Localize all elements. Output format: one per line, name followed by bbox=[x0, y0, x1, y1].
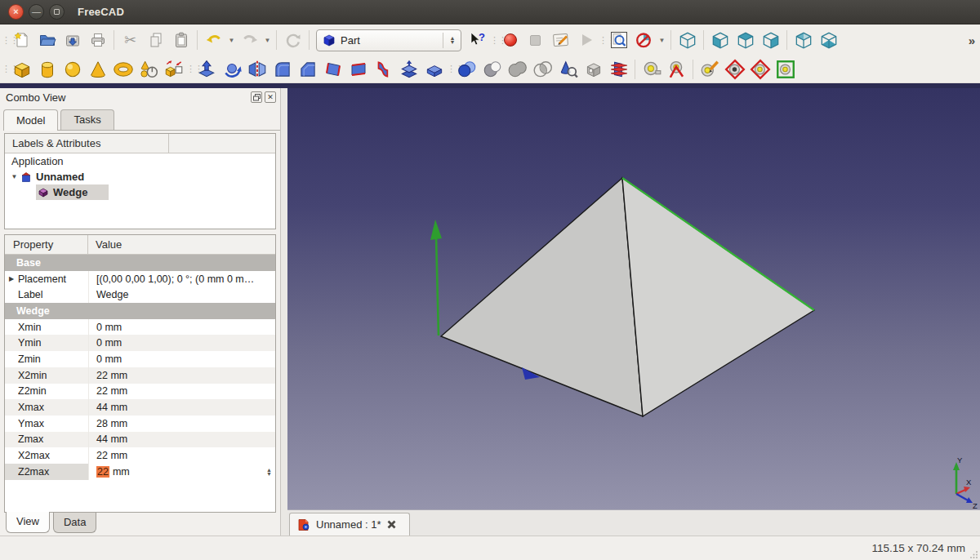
view-top-button[interactable] bbox=[733, 28, 758, 52]
toolbar-drag-handle[interactable]: ⋮⋮ bbox=[447, 65, 454, 73]
sphere-button[interactable] bbox=[60, 57, 85, 82]
box-button[interactable] bbox=[9, 57, 34, 82]
redo-button[interactable] bbox=[237, 28, 262, 52]
thickness-button[interactable] bbox=[421, 57, 447, 82]
ruled-surface-button[interactable] bbox=[345, 57, 371, 82]
tab-view[interactable]: View bbox=[6, 512, 50, 533]
extrude-button[interactable] bbox=[194, 57, 219, 82]
window-minimize-button[interactable]: — bbox=[29, 4, 44, 20]
copy-button[interactable] bbox=[143, 28, 168, 52]
tab-tasks[interactable]: Tasks bbox=[60, 109, 114, 130]
window-maximize-button[interactable] bbox=[49, 4, 65, 20]
intersection-button[interactable] bbox=[530, 57, 555, 82]
tree-item-wedge[interactable]: Wedge bbox=[5, 184, 275, 200]
draw-style-button[interactable] bbox=[631, 28, 657, 52]
toolbar-drag-handle[interactable]: ⋮⋮ bbox=[186, 65, 194, 73]
property-row-x2min[interactable]: X2min 22 mm bbox=[5, 367, 275, 384]
measure-clear-all-button[interactable] bbox=[722, 57, 747, 82]
toolbar-overflow-button[interactable]: » bbox=[969, 33, 975, 47]
cut-boolean-button[interactable] bbox=[479, 57, 505, 82]
combo-view-titlebar[interactable]: Combo View ✕ bbox=[0, 88, 280, 107]
make-face-button[interactable] bbox=[320, 57, 345, 82]
macro-stop-button[interactable] bbox=[523, 28, 548, 52]
tab-data[interactable]: Data bbox=[53, 513, 96, 533]
revolve-button[interactable] bbox=[219, 57, 244, 82]
wedge-object[interactable] bbox=[441, 178, 814, 416]
column-value[interactable]: Value bbox=[88, 238, 122, 251]
cylinder-button[interactable] bbox=[34, 57, 60, 82]
3d-viewport[interactable]: Y X Z bbox=[287, 88, 980, 509]
measure-toggle-all-button[interactable] bbox=[747, 57, 773, 82]
new-document-button[interactable] bbox=[9, 28, 34, 52]
view-right-button[interactable] bbox=[758, 28, 783, 52]
measure-refresh-button[interactable] bbox=[697, 57, 722, 82]
cut-button[interactable]: ✂ bbox=[118, 28, 143, 52]
measure-angular-button[interactable] bbox=[664, 57, 689, 82]
measure-toggle-3d-button[interactable] bbox=[773, 57, 798, 82]
property-group-wedge[interactable]: Wedge bbox=[5, 303, 275, 319]
property-row-placement[interactable]: ▶ Placement [(0,00 0,00 1,00); 0 °; (0 m… bbox=[5, 271, 275, 287]
whats-this-button[interactable]: ? bbox=[465, 28, 490, 52]
property-row-zmax[interactable]: Zmax 44 mm bbox=[5, 432, 275, 448]
macro-execute-button[interactable] bbox=[573, 28, 599, 52]
mirror-button[interactable] bbox=[244, 57, 270, 82]
macro-edit-button[interactable] bbox=[548, 28, 573, 52]
shape-builder-button[interactable] bbox=[161, 57, 186, 82]
panel-float-button[interactable] bbox=[251, 91, 262, 103]
property-row-ymin[interactable]: Ymin 0 mm bbox=[5, 335, 275, 351]
fillet-button[interactable] bbox=[270, 57, 295, 82]
tree-item-document[interactable]: ▼ Unnamed bbox=[5, 169, 275, 184]
property-row-x2max[interactable]: X2max 22 mm bbox=[5, 447, 275, 464]
cone-button[interactable] bbox=[85, 57, 110, 82]
cross-sections-button[interactable] bbox=[606, 57, 631, 82]
wedge-left-face[interactable] bbox=[441, 178, 643, 416]
tree-item-application[interactable]: Application bbox=[5, 153, 275, 169]
check-geometry-button[interactable] bbox=[555, 57, 581, 82]
property-row-label[interactable]: Label Wedge bbox=[5, 287, 275, 303]
expand-arrow-icon[interactable]: ▶ bbox=[5, 275, 18, 282]
collapse-arrow-icon[interactable]: ▼ bbox=[10, 173, 19, 180]
property-row-zmin[interactable]: Zmin 0 mm bbox=[5, 351, 275, 367]
loft-button[interactable] bbox=[371, 57, 396, 82]
macro-record-button[interactable] bbox=[497, 28, 523, 52]
open-document-button[interactable] bbox=[34, 28, 60, 52]
column-property[interactable]: Property bbox=[5, 235, 88, 254]
torus-button[interactable] bbox=[110, 57, 136, 82]
undo-button[interactable] bbox=[201, 28, 226, 52]
print-button[interactable] bbox=[85, 28, 110, 52]
offset-button[interactable] bbox=[396, 57, 421, 82]
workbench-selector[interactable]: Part ▲▼ bbox=[316, 29, 461, 51]
union-button[interactable] bbox=[505, 57, 530, 82]
fit-all-button[interactable] bbox=[606, 28, 631, 52]
redo-dropdown-arrow[interactable]: ▼ bbox=[262, 28, 273, 52]
create-primitives-button[interactable] bbox=[136, 57, 161, 82]
draw-style-dropdown-arrow[interactable]: ▼ bbox=[657, 28, 667, 52]
spinbox-arrows[interactable]: ▲▼ bbox=[266, 468, 275, 476]
toolbar-drag-handle[interactable]: ⋮⋮ bbox=[490, 37, 497, 44]
3d-scene[interactable]: Y X Z bbox=[287, 88, 980, 509]
wedge-right-face[interactable] bbox=[622, 178, 814, 416]
tree-column-header[interactable]: Labels & Attributes bbox=[5, 134, 275, 153]
property-row-xmax[interactable]: Xmax 44 mm bbox=[5, 399, 275, 416]
toolbar-drag-handle[interactable]: ⋮⋮ bbox=[2, 37, 9, 44]
undo-dropdown-arrow[interactable]: ▼ bbox=[226, 28, 237, 52]
refresh-button[interactable] bbox=[280, 28, 305, 52]
boolean-button[interactable] bbox=[454, 57, 479, 82]
save-document-button[interactable] bbox=[60, 28, 85, 52]
panel-close-button[interactable]: ✕ bbox=[265, 91, 276, 103]
view-rear-button[interactable] bbox=[791, 28, 816, 52]
property-row-z2max[interactable]: Z2max 22 mm ▲▼ bbox=[5, 464, 275, 480]
property-row-z2min[interactable]: Z2min 22 mm bbox=[5, 384, 275, 400]
document-tab-close-icon[interactable] bbox=[387, 520, 396, 529]
tab-model[interactable]: Model bbox=[3, 109, 58, 131]
measure-linear-button[interactable] bbox=[639, 57, 664, 82]
z2max-value-spinbox[interactable]: 22 mm ▲▼ bbox=[88, 464, 275, 480]
defeaturing-button[interactable] bbox=[581, 57, 606, 82]
toolbar-drag-handle[interactable]: ⋮⋮ bbox=[2, 65, 9, 73]
chamfer-button[interactable] bbox=[295, 57, 320, 82]
view-isometric-button[interactable] bbox=[675, 28, 700, 52]
property-group-base[interactable]: Base bbox=[5, 255, 275, 271]
window-close-button[interactable]: × bbox=[8, 4, 24, 20]
toolbar-drag-handle[interactable]: ⋮⋮ bbox=[599, 37, 606, 44]
dock-splitter[interactable] bbox=[281, 88, 287, 536]
